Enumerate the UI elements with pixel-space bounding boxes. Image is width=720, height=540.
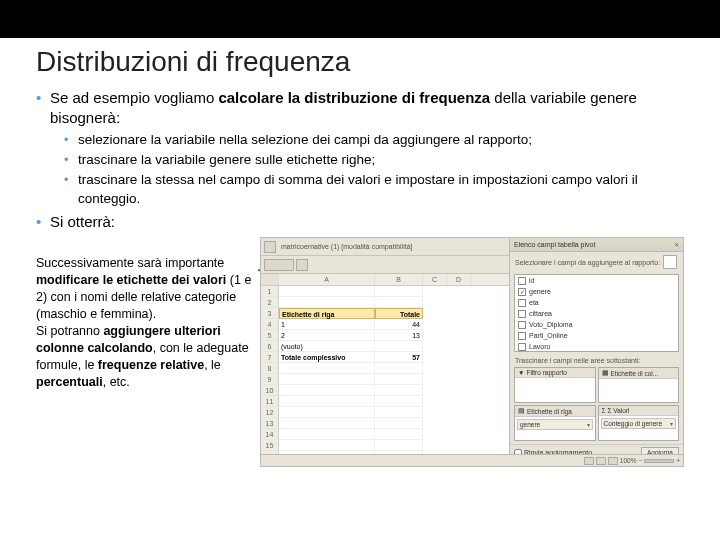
view-layout-icon[interactable] bbox=[596, 457, 606, 465]
checkbox-icon[interactable] bbox=[518, 343, 526, 351]
field-item[interactable]: id bbox=[515, 275, 678, 286]
sub-bullet: trascinare la stessa nel campo di somma … bbox=[64, 171, 684, 207]
excel-screenshot: matricoernative (1) [modalità compatibil… bbox=[260, 237, 684, 467]
checkbox-icon[interactable]: ✓ bbox=[518, 288, 526, 296]
zoom-slider[interactable] bbox=[644, 459, 674, 463]
field-item[interactable]: eta bbox=[515, 297, 678, 308]
window-titlebar: matricoernative (1) [modalità compatibil… bbox=[261, 238, 509, 256]
field-item[interactable]: Voto_Diploma bbox=[515, 319, 678, 330]
pivot-field-pane: Elenco campi tabella pivot × Selezionare… bbox=[509, 238, 683, 466]
field-instruction: Selezionare i campi da aggiungere al rap… bbox=[510, 252, 683, 272]
pane-header: Elenco campi tabella pivot × bbox=[510, 238, 683, 252]
bullet-1: Se ad esempio vogliamo calcolare la dist… bbox=[36, 88, 684, 208]
excel-icon bbox=[264, 241, 276, 253]
zoom-out-icon[interactable]: − bbox=[638, 457, 642, 464]
slide-content: Distribuzioni di frequenza Se ad esempio… bbox=[0, 38, 720, 467]
checkbox-icon[interactable] bbox=[518, 299, 526, 307]
field-item[interactable]: Parti_Online bbox=[515, 330, 678, 341]
spreadsheet-area: matricoernative (1) [modalità compatibil… bbox=[261, 238, 509, 466]
layout-icon[interactable] bbox=[663, 255, 677, 269]
checkbox-icon[interactable] bbox=[518, 277, 526, 285]
cell-grid[interactable]: 1 2 3Etichette di rigaTotale 4144 5213 6… bbox=[261, 286, 509, 466]
drop-instruction: Trascinare i campi nelle aree sottostant… bbox=[510, 354, 683, 367]
close-icon[interactable]: × bbox=[674, 240, 679, 249]
checkbox-icon[interactable] bbox=[518, 332, 526, 340]
paragraph: Successivamente sarà importante modifica… bbox=[36, 237, 256, 390]
status-bar: 100% − + bbox=[261, 454, 683, 466]
header-bar bbox=[0, 0, 720, 38]
column-headers: A B C D bbox=[261, 274, 509, 286]
filter-icon: ▼ bbox=[518, 369, 524, 376]
bullet-2: Si otterrà: bbox=[36, 212, 684, 232]
field-item[interactable]: cittarea bbox=[515, 308, 678, 319]
zoom-level[interactable]: 100% bbox=[620, 457, 637, 464]
checkbox-icon[interactable] bbox=[518, 321, 526, 329]
field-item[interactable]: ✓genere bbox=[515, 286, 678, 297]
view-pagebreak-icon[interactable] bbox=[608, 457, 618, 465]
columns-icon: ▦ bbox=[602, 369, 609, 377]
fx-icon[interactable] bbox=[296, 259, 308, 271]
column-labels-zone[interactable]: ▦Etichette di col... bbox=[598, 367, 680, 403]
sub-bullet: trascinare la variabile genere sulle eti… bbox=[64, 151, 684, 169]
values-zone[interactable]: ΣΣ ValoriConteggio di genere bbox=[598, 405, 680, 441]
view-normal-icon[interactable] bbox=[584, 457, 594, 465]
rows-icon: ▤ bbox=[518, 407, 525, 415]
checkbox-icon[interactable] bbox=[518, 310, 526, 318]
sub-bullet: selezionare la variabile nella selezione… bbox=[64, 131, 684, 149]
sigma-icon: Σ bbox=[602, 407, 606, 414]
report-filter-zone[interactable]: ▼Filtro rapporto bbox=[514, 367, 596, 403]
slide-title: Distribuzioni di frequenza bbox=[36, 46, 684, 78]
field-list[interactable]: id ✓genere eta cittarea Voto_Diploma Par… bbox=[514, 274, 679, 352]
formula-bar bbox=[261, 256, 509, 274]
zone-item[interactable]: Conteggio di genere bbox=[601, 418, 677, 429]
zone-item[interactable]: genere bbox=[517, 419, 593, 430]
row-labels-zone[interactable]: ▤Etichette di rigagenere bbox=[514, 405, 596, 441]
namebox[interactable] bbox=[264, 259, 294, 271]
field-item[interactable]: Lavoro bbox=[515, 341, 678, 352]
zoom-in-icon[interactable]: + bbox=[676, 457, 680, 464]
